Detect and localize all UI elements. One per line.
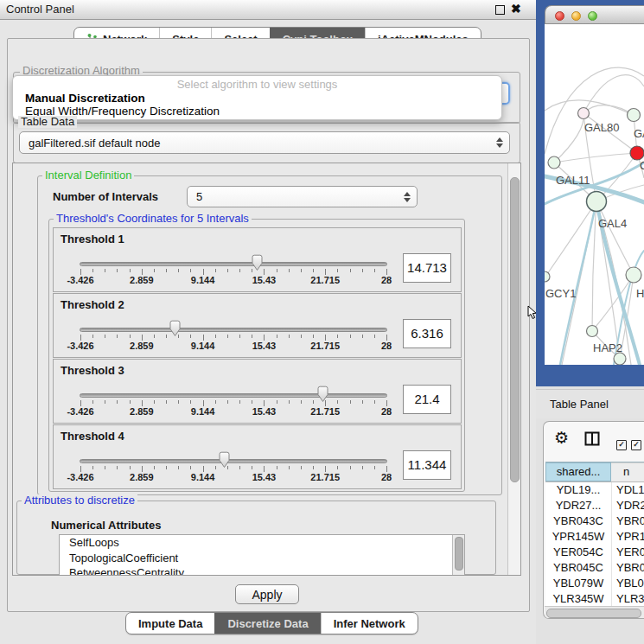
- table-row[interactable]: YER054CYER0: [545, 545, 644, 560]
- tab-label: Discretize Data: [227, 617, 308, 630]
- columns-icon[interactable]: [584, 431, 600, 446]
- table-row[interactable]: YBR045CYBR0: [545, 560, 644, 576]
- slider-tick-label: 21.715: [310, 275, 340, 285]
- table-row[interactable]: YLR345WYLR3: [545, 591, 644, 607]
- table-horizontal-scrollbar[interactable]: [545, 606, 644, 619]
- threshold-slider-track[interactable]: [80, 459, 387, 463]
- table-panel-header: Table Panel: [536, 389, 644, 418]
- table-row[interactable]: YBR043CYBR0: [545, 513, 644, 529]
- threshold-label: Threshold 1: [61, 233, 124, 245]
- table-row[interactable]: YDL19...YDL1: [545, 482, 644, 498]
- apply-button[interactable]: Apply: [235, 584, 299, 604]
- table-panel-title: Table Panel: [550, 398, 609, 411]
- tab-impute-data[interactable]: Impute Data: [126, 613, 214, 634]
- slider-tick-label: 21.715: [310, 406, 340, 417]
- cell-name[interactable]: YBR0: [612, 513, 644, 529]
- threshold-label: Threshold 3: [61, 364, 124, 377]
- node-selected-red[interactable]: [630, 146, 644, 160]
- tab-discretize-data[interactable]: Discretize Data: [214, 613, 320, 634]
- threshold-value-field[interactable]: 11.344: [403, 450, 451, 480]
- tab-infer-network[interactable]: Infer Network: [321, 613, 418, 634]
- scrollbar-thumb[interactable]: [510, 177, 520, 482]
- cell-shared-name[interactable]: YBR043C: [545, 513, 612, 529]
- node-top-right[interactable]: [628, 109, 641, 122]
- minimize-traffic-light-icon[interactable]: [571, 11, 581, 21]
- threshold-slider-track[interactable]: [80, 262, 387, 266]
- table-row[interactable]: YBL079WYBL0: [545, 576, 644, 591]
- node-gcy1[interactable]: [545, 271, 550, 282]
- settings-scroll-panel: Interval Definition Number of Intervals …: [12, 163, 521, 576]
- slider-tick-label: 15.43: [252, 406, 277, 417]
- threshold-value-field[interactable]: 6.316: [403, 319, 451, 348]
- cell-shared-name[interactable]: YPR145W: [545, 529, 612, 545]
- cell-name[interactable]: YPR1: [612, 529, 644, 545]
- table-header-row: shared... n: [545, 462, 644, 482]
- attribute-item[interactable]: SelfLoops: [60, 535, 464, 551]
- attributes-scrollbar[interactable]: [452, 535, 464, 575]
- cell-shared-name[interactable]: YDL19...: [545, 482, 612, 498]
- bottom-tabbar: Impute DataDiscretize DataInfer Network: [125, 612, 418, 634]
- slider-tick-label: 9.144: [191, 472, 215, 482]
- panel-scrollbar[interactable]: [507, 163, 520, 575]
- cell-shared-name[interactable]: YDR27...: [545, 498, 612, 513]
- attribute-item[interactable]: TopologicalCoefficient: [60, 551, 464, 566]
- float-window-icon[interactable]: [495, 5, 505, 15]
- cell-name[interactable]: YER0: [612, 545, 644, 560]
- slider-tick-label: 28: [381, 275, 392, 285]
- cell-shared-name[interactable]: YLR345W: [545, 591, 612, 607]
- network-window-titlebar[interactable]: [545, 5, 644, 24]
- table-data-combobox[interactable]: galFiltered.sif default node: [19, 131, 510, 154]
- cell-name[interactable]: YBL0: [612, 576, 644, 591]
- dropdown-hint: Select algorithm to view settings: [13, 78, 501, 91]
- scrollbar-thumb[interactable]: [455, 537, 463, 571]
- zoom-traffic-light-icon[interactable]: [588, 11, 597, 21]
- slider-tick-label: 2.859: [130, 406, 154, 417]
- threshold-slider-track[interactable]: [80, 393, 387, 398]
- slider-tick-label: 2.859: [130, 341, 154, 351]
- cell-name[interactable]: YDR2: [612, 498, 644, 513]
- threshold-value-field[interactable]: 14.713: [403, 253, 451, 283]
- node-hap2[interactable]: [587, 326, 598, 337]
- column-header-shared-name[interactable]: shared...: [545, 462, 611, 481]
- gear-icon[interactable]: ⚙: [554, 430, 569, 446]
- threshold-value-field[interactable]: 21.4: [403, 385, 451, 414]
- cell-name[interactable]: YDL1: [612, 482, 644, 498]
- slider-tick-label: 28: [381, 341, 392, 351]
- combo-arrows-icon: [496, 132, 503, 153]
- scrollbar-thumb[interactable]: [546, 609, 641, 618]
- node-label-gal4: GAL4: [598, 217, 627, 230]
- close-traffic-light-icon[interactable]: [555, 11, 564, 21]
- node-bottom[interactable]: [614, 353, 626, 365]
- network-canvas[interactable]: GAL80GACGAL11GAL4HGCY1HAP2: [545, 24, 644, 365]
- tab-label: Infer Network: [334, 617, 405, 630]
- numerical-attributes-list[interactable]: SelfLoopsTopologicalCoefficientBetweenne…: [59, 534, 465, 576]
- node-gal4[interactable]: [587, 192, 607, 212]
- slider-tick-label: 15.43: [252, 275, 277, 285]
- cell-shared-name[interactable]: YER054C: [545, 545, 612, 560]
- column-header-name[interactable]: n: [611, 462, 644, 481]
- node-gal11[interactable]: [548, 156, 560, 169]
- slider-tick-label: 28: [381, 406, 392, 417]
- interval-definition-title: Interval Definition: [42, 169, 134, 182]
- close-icon[interactable]: ✖: [511, 2, 521, 16]
- node-gal80[interactable]: [578, 108, 590, 119]
- node-label-gal11: GAL11: [556, 174, 590, 187]
- table-row[interactable]: YPR145WYPR1: [545, 529, 644, 545]
- number-of-intervals-combobox[interactable]: 5: [187, 186, 418, 207]
- attribute-item[interactable]: BetweennessCentrality: [60, 565, 464, 576]
- node-label-c: C: [640, 159, 644, 172]
- threshold-slider-track[interactable]: [80, 328, 387, 332]
- checkbox-icon[interactable]: ✓: [631, 440, 641, 450]
- cell-shared-name[interactable]: YBR045C: [545, 560, 612, 576]
- threshold-label: Threshold 2: [61, 298, 124, 311]
- slider-tick-label: 9.144: [191, 406, 215, 417]
- table-row[interactable]: YDR27...YDR2: [545, 498, 644, 513]
- node-right[interactable]: [626, 267, 641, 283]
- tab-label: Impute Data: [138, 617, 202, 630]
- checkbox-icon[interactable]: ✓: [616, 440, 627, 450]
- cell-name[interactable]: YBR0: [612, 560, 644, 576]
- dropdown-option-manual-discretization[interactable]: Manual Discretization: [25, 92, 145, 105]
- cell-shared-name[interactable]: YBL079W: [545, 576, 612, 591]
- cell-name[interactable]: YLR3: [612, 591, 644, 607]
- slider-tick-label: 28: [381, 472, 392, 482]
